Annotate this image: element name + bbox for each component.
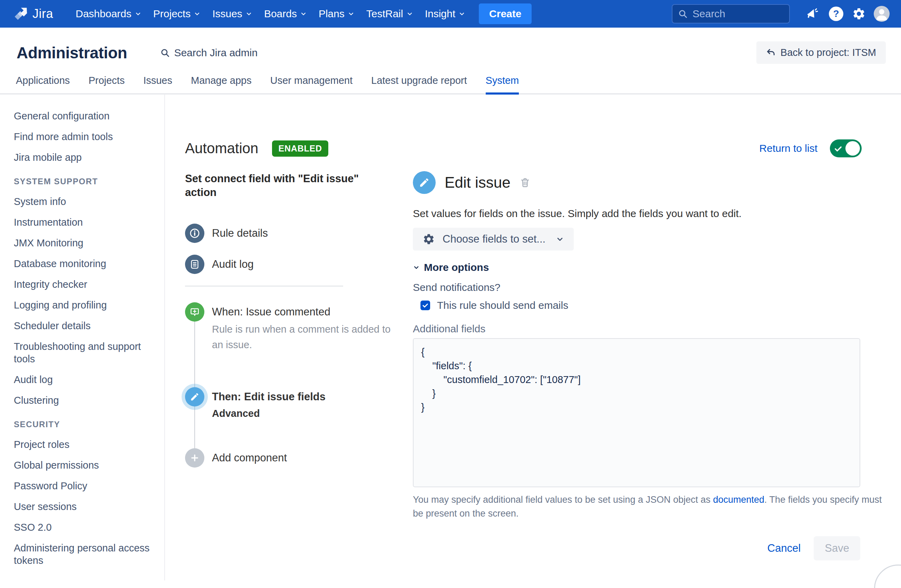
nav-boards-label: Boards [264,8,297,20]
chevron-down-icon [458,10,465,17]
global-search[interactable] [672,4,790,23]
jira-logo[interactable]: Jira [13,6,53,22]
sidebar-item-user-sessions[interactable]: User sessions [14,500,152,513]
sidebar-item-personal-access-tokens[interactable]: Administering personal access tokens [14,542,152,566]
search-icon [160,48,170,58]
documented-link[interactable]: documented [713,495,765,505]
nav-insight-label: Insight [425,8,455,20]
additional-fields-label: Additional fields [413,323,862,335]
page-body: General configuration Find more admin to… [0,95,901,580]
more-options-label: More options [424,261,489,273]
plus-icon [185,448,204,468]
action-description: Set values for fields on the issue. Simp… [413,208,862,219]
admin-search-label: Search Jira admin [174,47,257,59]
choose-fields-button[interactable]: Choose fields to set... [413,228,574,250]
then-subtitle: Advanced [212,408,391,419]
check-icon [422,302,429,309]
admin-search[interactable]: Search Jira admin [160,47,257,59]
chevron-down-icon [194,10,201,17]
return-arrow-icon [766,48,776,58]
sidebar-item-audit-log[interactable]: Audit log [14,373,152,386]
sidebar-item-find-more-admin-tools[interactable]: Find more admin tools [14,131,152,143]
tab-issues[interactable]: Issues [143,73,172,93]
sidebar-item-global-permissions[interactable]: Global permissions [14,459,152,471]
timeline-then-item[interactable]: Then: Edit issue fields Advanced [185,387,413,419]
nav-insight[interactable]: Insight [419,0,471,28]
tab-latest-upgrade-report[interactable]: Latest upgrade report [371,73,467,93]
send-emails-option[interactable]: This rule should send emails [421,300,862,311]
jira-logo-icon [13,6,28,22]
sidebar-item-clustering[interactable]: Clustering [14,394,152,406]
nav-plans[interactable]: Plans [313,0,360,28]
admin-sidebar: General configuration Find more admin to… [0,95,165,580]
rule-details-label: Rule details [212,227,268,240]
help-button[interactable]: ? [827,5,845,23]
send-notifications-label: Send notifications? [413,282,862,293]
gear-icon [852,7,866,21]
footnote-text: You may specify additional field values … [413,495,713,505]
user-menu-button[interactable] [873,5,891,23]
rule-enabled-toggle[interactable] [830,139,862,157]
send-emails-label: This rule should send emails [437,300,568,311]
announcement-button[interactable] [804,5,822,23]
admin-tabs: Applications Projects Issues Manage apps… [0,73,901,95]
sidebar-item-integrity-checker[interactable]: Integrity checker [14,278,152,291]
tab-applications[interactable]: Applications [16,73,70,93]
trash-icon [519,177,531,188]
return-to-list-link[interactable]: Return to list [759,143,817,154]
checkbox-checked[interactable] [421,300,430,310]
nav-dashboards[interactable]: Dashboards [70,0,147,28]
pencil-icon [185,387,204,406]
sidebar-item-general-configuration[interactable]: General configuration [14,110,152,122]
audit-log-label: Audit log [212,258,254,271]
sidebar-item-logging-and-profiling[interactable]: Logging and profiling [14,299,152,311]
cancel-button[interactable]: Cancel [767,542,801,555]
rule-summary-column: Automation ENABLED Set connect field wit… [185,139,413,580]
sidebar-item-instrumentation[interactable]: Instrumentation [14,216,152,229]
sidebar-item-password-policy[interactable]: Password Policy [14,480,152,492]
rule-details-link[interactable]: Rule details [185,224,413,243]
rule-timeline: When: Issue commented Rule is run when a… [185,296,413,468]
create-button[interactable]: Create [479,3,532,24]
chevron-down-icon [348,10,354,17]
delete-action-button[interactable] [519,177,531,188]
sidebar-item-database-monitoring[interactable]: Database monitoring [14,257,152,270]
add-component-item[interactable]: Add component [185,448,413,468]
settings-button[interactable] [850,5,868,23]
sidebar-item-scheduler-details[interactable]: Scheduler details [14,319,152,332]
sidebar-item-system-info[interactable]: System info [14,195,152,208]
status-badge: ENABLED [272,140,328,157]
tab-user-management[interactable]: User management [270,73,353,93]
sidebar-item-sso[interactable]: SSO 2.0 [14,521,152,534]
timeline-when-item[interactable]: When: Issue commented Rule is run when a… [185,302,413,353]
info-circle-icon [185,224,204,243]
sidebar-item-jmx-monitoring[interactable]: JMX Monitoring [14,237,152,249]
global-search-input[interactable] [692,8,775,20]
tab-projects[interactable]: Projects [88,73,125,93]
nav-testrail[interactable]: TestRail [360,0,419,28]
additional-fields-help: You may specify additional field values … [413,493,882,520]
audit-log-link[interactable]: Audit log [185,255,413,274]
nav-boards[interactable]: Boards [258,0,313,28]
save-button[interactable]: Save [814,536,860,560]
action-editor-column: Return to list Edit issue Set values for… [413,139,862,580]
gear-icon [422,233,435,245]
list-document-icon [185,255,204,274]
sidebar-item-jira-mobile-app[interactable]: Jira mobile app [14,151,152,163]
tab-manage-apps[interactable]: Manage apps [191,73,252,93]
chevron-down-icon [300,10,307,17]
additional-fields-textarea[interactable]: { "fields": { "customfield_10702": ["108… [413,338,860,487]
tab-system[interactable]: System [486,73,519,95]
automation-title: Automation [185,140,258,157]
action-title: Edit issue [444,174,511,191]
sidebar-item-project-roles[interactable]: Project roles [14,438,152,451]
back-to-project-button[interactable]: Back to project: ITSM [756,41,886,64]
more-options-toggle[interactable]: More options [413,261,862,273]
person-icon [874,6,890,22]
brand-name: Jira [33,6,53,21]
sidebar-item-troubleshooting[interactable]: Troubleshooting and support tools [14,340,152,365]
nav-issues[interactable]: Issues [206,0,258,28]
then-title: Then: Edit issue fields [212,390,391,404]
divider [185,286,343,286]
nav-projects[interactable]: Projects [147,0,206,28]
